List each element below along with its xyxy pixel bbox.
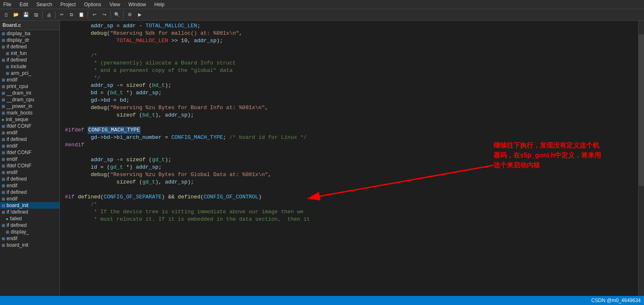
sidebar-item-mark-boots[interactable]: ⊞ mark_boots [0, 110, 60, 116]
menu-help[interactable]: Help [153, 1, 166, 8]
code-line-ifdef: #ifdef CONFIG_MACH_TYPE [60, 126, 638, 134]
sidebar-item-endif8[interactable]: ⊞ endif [0, 235, 60, 242]
tree-icon: ⊞ [2, 170, 5, 175]
code-line: #if defined(CONFIG_OF_SEPARATE) && defin… [60, 193, 638, 201]
toolbar-compile[interactable]: ⚙ [125, 10, 134, 19]
code-line: */ [60, 74, 638, 82]
code-line: * and a permanent copy of the "global" d… [60, 67, 638, 74]
toolbar-open[interactable]: 📂 [12, 10, 21, 19]
tree-icon: ⊞ [6, 51, 9, 56]
tree-icon: ⊞ [2, 98, 5, 102]
sidebar-item-arm-pci[interactable]: ⊞ arm_pci_ [0, 70, 60, 76]
blue-dot-icon: ● [2, 117, 4, 122]
tree-icon: ⊞ [2, 243, 5, 248]
tree-icon: ⊞ [2, 104, 5, 109]
menu-project[interactable]: Project [59, 1, 77, 8]
sidebar-item-dram-cpu[interactable]: ⊞ __dram_cpu [0, 96, 60, 103]
tree-icon: ⊞ [2, 91, 5, 95]
sidebar-item-endif6[interactable]: ⊞ endif [0, 182, 60, 189]
menu-file[interactable]: File [2, 1, 13, 8]
sidebar-item-power-in[interactable]: ⊞ __power_in [0, 103, 60, 110]
menu-window[interactable]: Window [127, 1, 148, 8]
tree-icon: ⊞ [2, 111, 5, 115]
toolbar-sep5 [123, 11, 124, 19]
sidebar-item-if-defined4[interactable]: ⊞ if defined [0, 176, 60, 182]
toolbar-search[interactable]: 🔍 [112, 10, 122, 19]
toolbar-copy[interactable]: ⧉ [67, 10, 76, 19]
sidebar-item-endif7[interactable]: ⊞ endif [0, 195, 60, 202]
main-layout: Board.c ⊞ display_ba ⊞ display_dr ⊞ if d… [0, 21, 644, 296]
sidebar-item-ifdef-conf1[interactable]: ⊞ ifdef CONF [0, 123, 60, 129]
sidebar-item-endif4[interactable]: ⊞ endif [0, 156, 60, 162]
sidebar-item-endif2[interactable]: ⊞ endif [0, 129, 60, 136]
tree-icon: ⊞ [2, 38, 5, 43]
code-line: /* [60, 52, 638, 60]
menu-edit[interactable]: Edit [18, 1, 30, 8]
tree-icon: ⊞ [2, 223, 5, 228]
sidebar-item-print-cpui[interactable]: ⊞ print_cpui [0, 83, 60, 90]
tree-icon: ⊞ [2, 124, 5, 129]
sidebar-item-if-defined1[interactable]: ⊞ if defined [0, 43, 60, 50]
tree-icon: ⊞ [2, 164, 5, 168]
sidebar-item-dram-ini[interactable]: ⊞ __dram_ini [0, 90, 60, 96]
code-line: * If the device tree is sitting immediat… [60, 208, 638, 216]
scrollbar-thumb[interactable] [639, 34, 644, 186]
toolbar-sep3 [88, 11, 88, 19]
toolbar-sep4 [110, 11, 111, 19]
menu-options[interactable]: Options [82, 1, 103, 8]
toolbar-redo[interactable]: ↪ [100, 10, 109, 19]
code-line [60, 45, 638, 52]
code-area[interactable]: addr_sp = addr - TOTAL_MALLOC_LEN; debug… [60, 21, 638, 296]
toolbar-print[interactable]: 🖨 [44, 10, 53, 19]
tree-icon: ⊞ [2, 210, 5, 214]
sidebar-item-endif3[interactable]: ⊞ endif [0, 143, 60, 149]
sidebar-item-if-not-defined[interactable]: ⊞ if !defined [0, 209, 60, 215]
sidebar-title: Board.c [0, 21, 60, 30]
sidebar-item-if-defined3[interactable]: ⊞ if defined [0, 136, 60, 143]
tree-icon: ⊞ [2, 150, 5, 155]
code-line: debug("Reserving %zu Bytes for Global Da… [60, 171, 638, 179]
sidebar: Board.c ⊞ display_ba ⊞ display_dr ⊞ if d… [0, 21, 60, 296]
tree-icon: ⊞ [2, 177, 5, 181]
sidebar-item-board-init1[interactable]: ⊟ board_init [0, 202, 60, 209]
tree-icon: ⊞ [2, 197, 5, 201]
sidebar-item-ifdef-conf2[interactable]: ⊞ ifdef CONF [0, 149, 60, 156]
toolbar-run[interactable]: ▶ [135, 10, 144, 19]
toolbar-saveall[interactable]: 🖫 [31, 10, 41, 19]
sidebar-item-endif1[interactable]: ⊞ endif [0, 76, 60, 83]
code-line: bd = (bd_t *) addr_sp; [60, 89, 638, 97]
code-line: gd->bd = bd; [60, 97, 638, 104]
sidebar-item-display-ba[interactable]: ⊞ display_ba [0, 30, 60, 37]
vertical-scrollbar[interactable] [638, 21, 644, 296]
tree-icon: ⊞ [2, 190, 5, 195]
toolbar-save[interactable]: 💾 [21, 10, 31, 19]
tree-icon: ⊞ [2, 183, 5, 188]
toolbar-paste[interactable]: 📋 [77, 10, 86, 19]
tree-icon: ⊞ [2, 157, 5, 162]
sidebar-item-endif5[interactable]: ⊞ endif [0, 169, 60, 176]
sidebar-item-init-fun[interactable]: ⊞ init_fun [0, 50, 60, 57]
toolbar-new[interactable]: 🗋 [2, 10, 11, 19]
toolbar-cut[interactable]: ✂ [57, 10, 66, 19]
sidebar-item-board-init2[interactable]: ⊞ board_init [0, 242, 60, 248]
toolbar-sep1 [42, 11, 43, 19]
tree-icon: ⊞ [2, 58, 5, 62]
sidebar-item-if-defined6[interactable]: ⊞ if defined [0, 222, 60, 229]
tree-icon: ⊞ [2, 84, 5, 89]
sidebar-item-failed[interactable]: ● failed [0, 215, 60, 222]
tree-icon: ⊞ [2, 137, 5, 142]
sidebar-item-ifdef-conf3[interactable]: ⊞ ifdef CONF [0, 162, 60, 169]
menu-search[interactable]: Search [35, 1, 54, 8]
sidebar-item-display-dr[interactable]: ⊞ display_dr [0, 37, 60, 43]
menu-view[interactable]: View [108, 1, 122, 8]
sidebar-item-display-sub[interactable]: ⊞ display_ [0, 229, 60, 235]
code-line: sizeof (bd_t), addr_sp); [60, 112, 638, 119]
sidebar-item-if-defined2[interactable]: ⊞ if defined [0, 57, 60, 63]
toolbar-undo[interactable]: ↩ [90, 10, 99, 19]
sidebar-item-if-defined5[interactable]: ⊞ if defined [0, 189, 60, 195]
code-line: debug("Reserving %zu Bytes for Board Inf… [60, 104, 638, 112]
tree-icon: ⊞ [6, 230, 9, 234]
sidebar-item-init-seque[interactable]: ● init_seque [0, 116, 60, 123]
toolbar-sep2 [55, 11, 55, 19]
sidebar-item-include[interactable]: ⊞ include [0, 63, 60, 70]
